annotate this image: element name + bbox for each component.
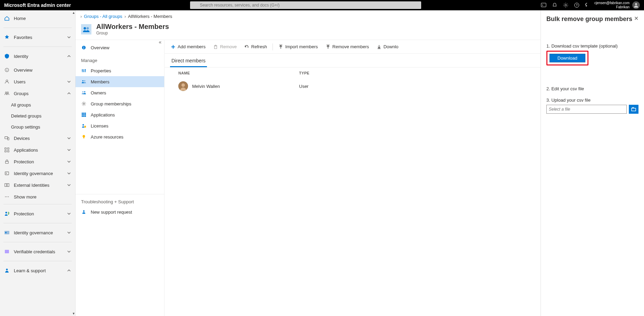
svg-rect-16 xyxy=(8,148,9,149)
res-support-label: New support request xyxy=(91,210,132,215)
nav-section-protection[interactable]: Protection xyxy=(0,206,75,222)
svg-point-43 xyxy=(82,80,84,82)
download-template-button[interactable]: Download xyxy=(549,54,585,62)
bulb-icon xyxy=(81,134,87,140)
svg-rect-19 xyxy=(6,161,9,163)
chevron-down-icon xyxy=(67,136,71,140)
svg-point-12 xyxy=(7,92,9,93)
member-name: Melvin Wallen xyxy=(192,84,220,89)
chevron-right-icon: › xyxy=(80,14,82,19)
svg-point-46 xyxy=(84,91,86,93)
nav-home[interactable]: Home xyxy=(0,10,75,26)
svg-point-40 xyxy=(82,70,83,71)
nav-section-idgov[interactable]: Identity governance xyxy=(0,225,75,241)
global-search-input[interactable] xyxy=(190,1,421,9)
scroll-down-arrow[interactable]: ▼ xyxy=(72,312,75,315)
remove-members-button[interactable]: Remove members xyxy=(322,41,373,52)
nav-protection-item[interactable]: Protection xyxy=(0,156,75,167)
res-overview[interactable]: Overview xyxy=(76,42,164,53)
nav-groups[interactable]: Groups xyxy=(0,88,75,99)
properties-icon xyxy=(81,68,87,73)
import-members-button[interactable]: Import members xyxy=(275,41,321,52)
external-icon xyxy=(4,182,10,188)
add-members-button[interactable]: Add members xyxy=(167,41,209,52)
svg-rect-2 xyxy=(541,3,546,7)
nav-section-learn[interactable]: Learn & support xyxy=(0,263,75,278)
svg-point-47 xyxy=(83,103,85,104)
breadcrumb-groups-link[interactable]: Groups - All groups xyxy=(84,14,122,19)
settings-icon[interactable] xyxy=(563,2,569,8)
res-owners-label: Owners xyxy=(91,90,106,95)
notifications-icon[interactable] xyxy=(552,2,558,8)
apps-grid-icon xyxy=(81,112,87,118)
svg-point-27 xyxy=(6,212,7,214)
download-members-button[interactable]: Downlo xyxy=(373,41,402,52)
close-flyout-button[interactable]: ✕ xyxy=(634,15,638,22)
chevron-down-icon xyxy=(67,231,71,235)
nav-overview-label: Overview xyxy=(14,68,71,73)
file-select-input[interactable] xyxy=(546,105,627,114)
svg-text:?: ? xyxy=(576,3,578,7)
nav-idgov-item[interactable]: Identity governance xyxy=(0,167,75,179)
nav-users-label: Users xyxy=(14,79,67,84)
svg-rect-50 xyxy=(85,113,86,114)
step-2-label: 2. Edit your csv file xyxy=(546,86,638,91)
svg-point-29 xyxy=(5,232,7,233)
collapse-menu-button[interactable]: « xyxy=(159,40,161,45)
member-type: User xyxy=(299,84,368,89)
svg-point-25 xyxy=(7,196,7,197)
svg-point-26 xyxy=(8,196,9,197)
res-groupmem-label: Group memberships xyxy=(91,101,131,106)
nav-external-identities[interactable]: External Identities xyxy=(0,179,75,191)
account-avatar xyxy=(632,1,640,9)
nav-devices[interactable]: Devices xyxy=(0,132,75,144)
owners-icon xyxy=(81,90,87,95)
ellipsis-icon xyxy=(4,194,10,200)
nav-group-settings[interactable]: Group settings xyxy=(0,121,75,132)
nav-identity-overview[interactable]: Overview xyxy=(0,64,75,76)
devices-icon xyxy=(4,135,10,141)
help-icon[interactable]: ? xyxy=(574,2,580,8)
nav-all-groups[interactable]: All groups xyxy=(0,99,75,110)
svg-point-41 xyxy=(83,71,85,72)
feedback-icon[interactable] xyxy=(585,2,591,8)
download-highlight-box: Download xyxy=(546,51,588,65)
col-header-type[interactable]: TYPE xyxy=(299,71,368,75)
svg-rect-17 xyxy=(5,151,6,152)
res-group-memberships[interactable]: Group memberships xyxy=(76,98,164,109)
nav-users[interactable]: Users xyxy=(0,76,75,88)
nav-show-more[interactable]: Show more xyxy=(0,191,75,203)
chevron-right-icon: › xyxy=(125,14,126,19)
col-header-name[interactable]: NAME xyxy=(178,71,299,75)
learn-icon xyxy=(4,268,10,273)
res-owners[interactable]: Owners xyxy=(76,87,164,98)
nav-showmore-label: Show more xyxy=(14,194,71,200)
res-support-request[interactable]: New support request xyxy=(76,206,164,217)
svg-point-74 xyxy=(181,83,185,87)
svg-rect-18 xyxy=(8,151,9,152)
cloud-shell-icon[interactable] xyxy=(541,2,547,8)
res-azure-resources[interactable]: Azure resources xyxy=(76,131,164,142)
svg-rect-48 xyxy=(82,113,83,114)
res-applications[interactable]: Applications xyxy=(76,109,164,120)
nav-groups-label: Groups xyxy=(14,91,67,96)
svg-point-11 xyxy=(5,92,7,93)
nav-identity[interactable]: Identity xyxy=(0,48,75,64)
res-properties[interactable]: Properties xyxy=(76,65,164,76)
res-licenses[interactable]: Licenses xyxy=(76,120,164,131)
browse-file-button[interactable] xyxy=(629,105,638,114)
nav-section-verifiable[interactable]: Verifiable credentials xyxy=(0,244,75,259)
account-menu[interactable]: cjensen@fabrikan.com Fabrikan xyxy=(594,1,640,9)
chevron-up-icon xyxy=(67,54,71,58)
tab-direct-members[interactable]: Direct members xyxy=(170,55,207,67)
protection-section-icon xyxy=(4,211,10,216)
svg-rect-22 xyxy=(5,184,7,187)
nav-applications[interactable]: Applications xyxy=(0,144,75,156)
nav-deleted-groups[interactable]: Deleted groups xyxy=(0,110,75,121)
svg-rect-54 xyxy=(82,116,83,117)
res-members[interactable]: Members xyxy=(76,76,164,87)
chevron-down-icon xyxy=(67,183,71,187)
nav-favorites[interactable]: Favorites xyxy=(0,29,75,45)
refresh-button[interactable]: Refresh xyxy=(241,41,270,52)
info-icon xyxy=(4,67,10,73)
